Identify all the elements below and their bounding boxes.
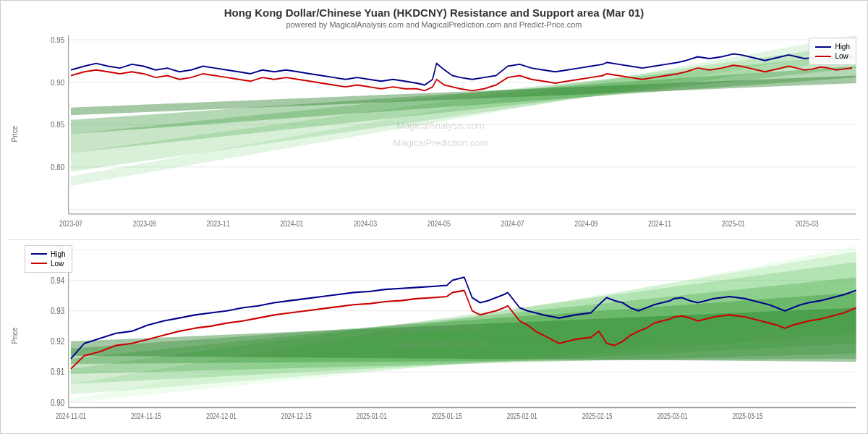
chart-divider <box>8 239 860 240</box>
svg-text:2024-01: 2024-01 <box>280 219 303 228</box>
chart1-low-line-icon <box>815 56 831 57</box>
chart1-low-label: Low <box>835 52 848 60</box>
svg-text:2025-03-01: 2025-03-01 <box>658 411 688 420</box>
page-subtitle: powered by MagicalAnalysis.com and Magic… <box>1 20 867 29</box>
svg-text:2025-03: 2025-03 <box>796 219 819 228</box>
svg-text:2025-03-15: 2025-03-15 <box>733 411 763 420</box>
chart1-y-label: Price <box>8 30 21 238</box>
svg-text:2025-01: 2025-01 <box>722 219 745 228</box>
svg-text:2023-11: 2023-11 <box>206 219 229 228</box>
svg-text:2024-11-01: 2024-11-01 <box>56 411 86 420</box>
svg-text:2024-03: 2024-03 <box>354 219 377 228</box>
svg-text:2023-09: 2023-09 <box>133 219 156 228</box>
chart2-svg: 0.95 0.94 0.93 0.92 0.91 0.90 2024-11-01… <box>21 242 860 430</box>
svg-text:0.92: 0.92 <box>51 336 64 346</box>
chart2-high-label: High <box>51 250 66 258</box>
chart2-area: High Low MagicalAnalysis.comMagicalPredi… <box>21 242 860 430</box>
svg-text:0.85: 0.85 <box>51 119 64 129</box>
svg-text:2023-07: 2023-07 <box>59 219 82 228</box>
chart2-wrapper: Price High Low MagicalAnalysis.comMagica… <box>8 242 860 430</box>
svg-text:0.90: 0.90 <box>51 77 64 87</box>
chart2-low-line-icon <box>31 263 47 264</box>
chart1-legend-low: Low <box>815 52 850 60</box>
svg-text:2025-01-01: 2025-01-01 <box>357 411 387 420</box>
charts-area: Price High Low MagicalAnalysis.comMagica… <box>1 30 867 433</box>
svg-text:2024-11-15: 2024-11-15 <box>131 411 161 420</box>
chart2-high-line-icon <box>31 253 47 255</box>
chart1-legend-high: High <box>815 43 850 51</box>
chart1-wrapper: Price High Low MagicalAnalysis.comMagica… <box>8 30 860 238</box>
chart1-svg: 0.95 0.90 0.85 0.80 2023-07 2023-09 2023… <box>21 30 860 238</box>
svg-text:0.90: 0.90 <box>51 397 64 407</box>
svg-text:2025-01-15: 2025-01-15 <box>432 411 462 420</box>
chart2-legend-low: Low <box>31 260 66 268</box>
svg-text:2025-02-01: 2025-02-01 <box>507 411 537 420</box>
svg-text:2024-11: 2024-11 <box>648 219 671 228</box>
svg-text:0.93: 0.93 <box>51 305 64 315</box>
chart1-area: High Low MagicalAnalysis.comMagicalPredi… <box>21 30 860 238</box>
chart1-legend: High Low <box>809 38 856 65</box>
svg-text:0.95: 0.95 <box>51 35 64 44</box>
chart2-legend-high: High <box>31 250 66 258</box>
svg-text:2024-12-01: 2024-12-01 <box>206 411 237 420</box>
page-container: Hong Kong Dollar/Chinese Yuan (HKDCNY) R… <box>0 0 868 434</box>
chart2-legend: High Low <box>25 245 72 273</box>
svg-marker-24 <box>71 66 856 134</box>
svg-text:0.94: 0.94 <box>51 275 64 284</box>
svg-text:2024-09: 2024-09 <box>574 219 597 228</box>
svg-text:2024-12-15: 2024-12-15 <box>281 411 312 420</box>
chart1-high-label: High <box>835 43 850 51</box>
chart1-high-line-icon <box>815 46 831 48</box>
header: Hong Kong Dollar/Chinese Yuan (HKDCNY) R… <box>1 1 867 30</box>
svg-text:2024-07: 2024-07 <box>501 219 524 228</box>
svg-text:2024-05: 2024-05 <box>427 219 451 228</box>
chart2-low-label: Low <box>51 260 64 268</box>
svg-text:0.91: 0.91 <box>51 367 64 376</box>
svg-text:0.80: 0.80 <box>51 162 64 171</box>
svg-text:2025-02-15: 2025-02-15 <box>582 411 613 420</box>
chart2-y-label: Price <box>8 242 21 430</box>
page-title: Hong Kong Dollar/Chinese Yuan (HKDCNY) R… <box>1 7 867 19</box>
